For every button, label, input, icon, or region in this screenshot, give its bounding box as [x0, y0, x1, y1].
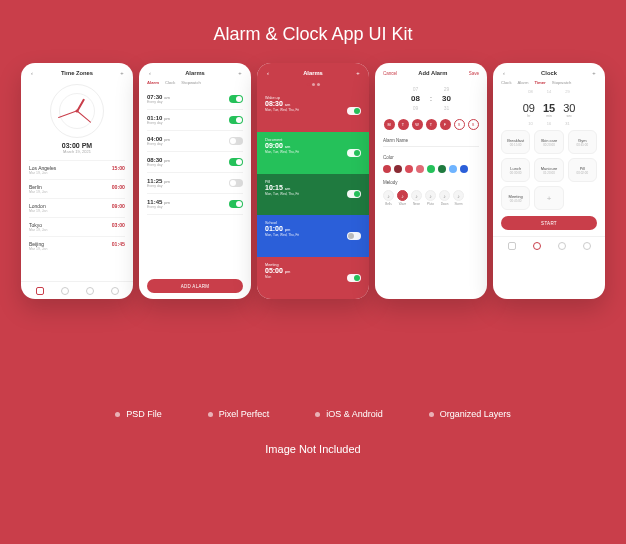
alarm-row[interactable]: 08:30pmEvery day [147, 152, 243, 173]
preset-tile[interactable]: Manicure01:20:00 [534, 158, 563, 182]
alarm-toggle[interactable] [229, 200, 243, 208]
preset-add[interactable]: + [534, 186, 563, 210]
timezone-list[interactable]: Los AngelesMar 19, Jan 15:00 BerlinMar 1… [21, 160, 133, 281]
add-icon[interactable]: + [355, 70, 361, 76]
nav-clock-icon[interactable] [533, 242, 541, 250]
nav-timer-icon[interactable] [558, 242, 566, 250]
timezone-row[interactable]: Los AngelesMar 19, Jan 15:00 [29, 160, 125, 179]
cancel-button[interactable]: Cancel [383, 71, 397, 76]
card-ampm: pm [285, 227, 291, 232]
add-icon[interactable]: + [119, 70, 125, 76]
timezone-row[interactable]: BeijingMar 19, Jan 01:45 [29, 236, 125, 255]
timezone-row[interactable]: LondonMar 19, Jan 09:00 [29, 198, 125, 217]
tab-alarm[interactable]: Alarm [147, 80, 159, 85]
add-icon[interactable]: + [591, 70, 597, 76]
color-swatch[interactable] [394, 165, 402, 173]
alarm-row[interactable]: 11:45pmEvery day [147, 194, 243, 215]
alarm-sub: Every day [147, 100, 170, 104]
preset-time: 00:15:00 [510, 143, 522, 147]
alarm-list[interactable]: 07:30amEvery day 01:10pmEvery day 04:00p… [139, 89, 251, 273]
header-title: Alarms [271, 70, 355, 76]
picker-hour[interactable]: 08 [411, 94, 420, 103]
tab-stopwatch[interactable]: Stopwatch [552, 80, 572, 85]
nav-home-icon[interactable] [508, 242, 516, 250]
alarm-row[interactable]: 07:30amEvery day [147, 89, 243, 110]
nav-stopwatch-icon[interactable] [111, 287, 119, 295]
picker-min[interactable]: 30 [442, 94, 451, 103]
alarm-toggle[interactable] [229, 116, 243, 124]
add-icon[interactable]: + [237, 70, 243, 76]
timer-min[interactable]: 15 [543, 102, 555, 114]
color-swatch[interactable] [416, 165, 424, 173]
preset-tile[interactable]: Pill00:02:00 [568, 158, 597, 182]
alarm-row[interactable]: 04:00pmEvery day [147, 131, 243, 152]
card-time: 10:15 [265, 184, 283, 191]
tab-alarm[interactable]: Alarm [517, 80, 528, 85]
alarm-toggle[interactable] [229, 95, 243, 103]
color-swatch[interactable] [427, 165, 435, 173]
alarm-toggle[interactable] [229, 137, 243, 145]
alarm-card[interactable]: Wake up 08:30 am Mon, Tue, Wed, Thu, Fri [257, 90, 369, 132]
preset-tile[interactable]: Gym00:45:00 [568, 130, 597, 154]
color-swatch[interactable] [449, 165, 457, 173]
alarm-card[interactable]: School 01:00 pm Mon, Tue, Wed, Thu, Fri [257, 215, 369, 257]
alarm-row[interactable]: 01:10pmEvery day [147, 110, 243, 131]
melody-option[interactable]: ♪Dawn [439, 190, 450, 206]
card-toggle[interactable] [347, 274, 361, 282]
melody-option[interactable]: ♪Pluto [425, 190, 436, 206]
timezone-row[interactable]: TokyoMar 19, Jan 03:00 [29, 217, 125, 236]
timezone-row[interactable]: BerlinMar 19, Jan 00:00 [29, 179, 125, 198]
nav-stopwatch-icon[interactable] [583, 242, 591, 250]
day-pill[interactable]: T [426, 119, 437, 130]
alarm-card[interactable]: Meeting 05:00 pm Mon [257, 257, 369, 299]
timer-sec[interactable]: 30 [563, 102, 575, 114]
nav-clock-icon[interactable] [61, 287, 69, 295]
card-toggle[interactable] [347, 149, 361, 157]
day-pill[interactable]: M [384, 119, 395, 130]
card-toggle[interactable] [347, 232, 361, 240]
preset-tile[interactable]: Lunch00:30:00 [501, 158, 530, 182]
timer-hr[interactable]: 09 [523, 102, 535, 114]
alarm-card[interactable]: Pill 10:15 am Mon, Tue, Wed, Thu, Fri [257, 174, 369, 216]
day-pill[interactable]: T [398, 119, 409, 130]
tab-stopwatch[interactable]: Stopwatch [181, 80, 201, 85]
day-pill[interactable]: S [468, 119, 479, 130]
alarm-card-list[interactable]: Wake up 08:30 am Mon, Tue, Wed, Thu, Fri… [257, 90, 369, 299]
card-toggle[interactable] [347, 190, 361, 198]
color-swatch[interactable] [383, 165, 391, 173]
alarm-ampm: pm [164, 200, 170, 205]
day-selector: M T W T F S S [375, 117, 487, 136]
tab-clock[interactable]: Clock [501, 80, 511, 85]
tab-timer[interactable]: Timer [534, 80, 545, 85]
feature-label: iOS & Android [326, 409, 383, 419]
save-button[interactable]: Save [469, 71, 479, 76]
preset-tile[interactable]: Skin care00:20:00 [534, 130, 563, 154]
alarm-card[interactable]: Document 09:00 am Mon, Tue, Wed, Thu, Fr… [257, 132, 369, 174]
timer-picker[interactable]: 09hr 15min 30sec [493, 94, 605, 124]
preset-tile[interactable]: Meeting00:45:00 [501, 186, 530, 210]
day-pill[interactable]: F [440, 119, 451, 130]
nav-home-icon[interactable] [36, 287, 44, 295]
alarm-toggle[interactable] [229, 179, 243, 187]
color-swatch[interactable] [460, 165, 468, 173]
alarm-row[interactable]: 11:25pmEvery day [147, 173, 243, 194]
start-button[interactable]: START [501, 216, 597, 230]
time-picker[interactable]: 07 08 09 : 29 30 31 [375, 80, 487, 117]
day-pill[interactable]: S [454, 119, 465, 130]
alarm-name-row[interactable]: Alarm Name [375, 136, 487, 149]
add-alarm-button[interactable]: ADD ALARM [147, 279, 243, 293]
melody-option[interactable]: ♪Bells [383, 190, 394, 206]
nav-timer-icon[interactable] [86, 287, 94, 295]
melody-option[interactable]: ♪Wave [397, 190, 408, 206]
card-toggle[interactable] [347, 107, 361, 115]
melody-option[interactable]: ♪Neon [411, 190, 422, 206]
color-swatch[interactable] [438, 165, 446, 173]
melody-option[interactable]: ♪Storm [453, 190, 464, 206]
day-pill[interactable]: W [412, 119, 423, 130]
tz-time: 01:45 [112, 241, 125, 247]
color-swatch[interactable] [405, 165, 413, 173]
tab-clock[interactable]: Clock [165, 80, 175, 85]
alarm-sub: Every day [147, 121, 170, 125]
preset-tile[interactable]: Breakfast00:15:00 [501, 130, 530, 154]
alarm-toggle[interactable] [229, 158, 243, 166]
